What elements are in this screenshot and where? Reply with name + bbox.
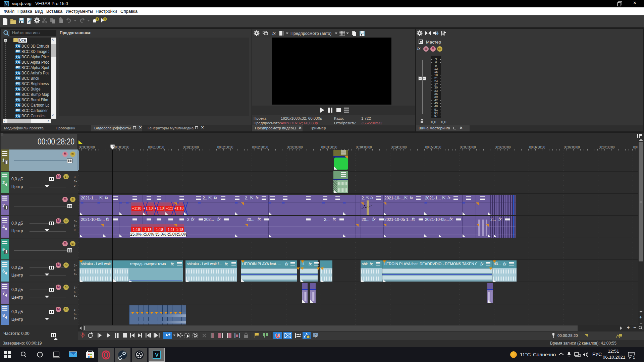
- svg-text:1: 1: [633, 356, 635, 359]
- svg-text:?: ?: [104, 18, 106, 21]
- svg-text:?: ?: [96, 18, 98, 21]
- svg-text:fx: fx: [272, 31, 276, 36]
- svg-text:57: 57: [434, 114, 438, 117]
- svg-text:Предпросмотр (авто): Предпросмотр (авто): [290, 31, 331, 36]
